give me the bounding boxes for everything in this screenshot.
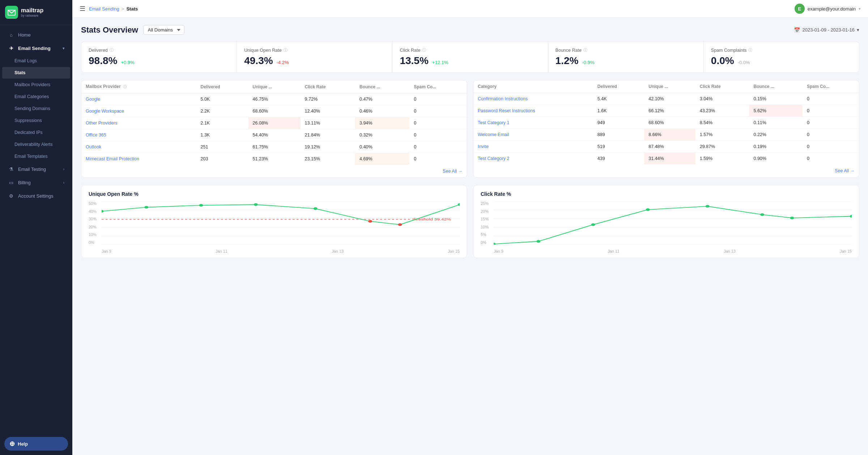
sidebar-item-mailbox-providers[interactable]: Mailbox Providers <box>2 79 70 90</box>
mailbox-see-all-link[interactable]: See All → <box>443 169 463 174</box>
breadcrumb-parent[interactable]: Email Sending <box>89 6 119 12</box>
page-title-row: Stats Overview All Domains <box>81 25 184 35</box>
sidebar-item-deliverability-alerts[interactable]: Deliverability Alerts <box>2 139 70 150</box>
click-rate-svg-wrapper <box>494 201 852 245</box>
sidebar-item-dedicated-ips[interactable]: Dedicated IPs <box>2 127 70 138</box>
sidebar-item-billing[interactable]: ▭ Billing › <box>2 176 70 189</box>
info-icon-mailbox[interactable]: ⓘ <box>123 85 127 89</box>
info-icon-click-rate[interactable]: ⓘ <box>422 47 426 53</box>
col-bounce-mailbox: Bounce ... <box>355 80 409 93</box>
click-rate-chart-title: Click Rate % <box>481 191 852 197</box>
category-link[interactable]: Welcome Email <box>478 132 509 137</box>
spam-cell: 0 <box>803 93 859 105</box>
svg-point-31 <box>850 215 852 218</box>
mailbox-provider-link[interactable]: Office 365 <box>86 132 106 138</box>
stat-value-row-bounce-rate: 1.2% -0.9% <box>556 55 696 67</box>
user-email[interactable]: example@your.domain <box>808 6 856 12</box>
page-content: Stats Overview All Domains 📅 2023-01-09 … <box>72 18 868 455</box>
info-icon-open-rate[interactable]: ⓘ <box>284 47 288 53</box>
mailbox-provider-cell: Office 365 <box>81 129 196 141</box>
spam-cell: 0 <box>803 105 859 117</box>
svg-point-14 <box>314 207 318 210</box>
stat-label-open-rate: Unique Open Rate ⓘ <box>244 47 385 53</box>
sidebar-item-home[interactable]: ⌂ Home <box>2 28 70 41</box>
sidebar-item-email-logs[interactable]: Email Logs <box>2 55 70 67</box>
bounce-cell: 0.90% <box>749 153 803 165</box>
col-mailbox-provider: Mailbox Provider ⓘ <box>81 80 196 93</box>
bounce-cell: 4.69% <box>355 153 409 165</box>
stat-change-click-rate: +12.1% <box>432 60 448 65</box>
mailbox-provider-link[interactable]: Google <box>86 97 100 102</box>
category-see-all-link[interactable]: See All → <box>835 168 855 173</box>
table-row: Mimecast Email Protection 203 51.23% 23.… <box>81 153 467 165</box>
category-link[interactable]: Test Category 1 <box>478 120 510 125</box>
stat-value-bounce-rate: 1.2% <box>556 55 579 67</box>
sidebar-item-account-settings[interactable]: ⚙ Account Settings <box>2 189 70 202</box>
click-cell: 13.11% <box>301 117 355 129</box>
spam-cell: 0 <box>803 117 859 129</box>
stat-value-row-delivered: 98.8% +0.9% <box>89 55 229 67</box>
mailbox-provider-link[interactable]: Google Workspace <box>86 109 124 114</box>
category-cell: Welcome Email <box>473 129 593 141</box>
sidebar-item-suppressions[interactable]: Suppressions <box>2 115 70 126</box>
chevron-right-icon: › <box>63 167 64 171</box>
unique-cell: 51.23% <box>248 153 301 165</box>
spam-cell: 0 <box>409 117 467 129</box>
category-link[interactable]: Confirmation Instructions <box>478 96 528 101</box>
svg-point-15 <box>368 220 372 223</box>
bounce-cell: 0.22% <box>749 129 803 141</box>
stat-change-spam: -0.0% <box>738 60 750 65</box>
table-row: Google Workspace 2.2K 68.60% 12.40% 0.46… <box>81 105 467 117</box>
help-button[interactable]: ⊕ Help <box>4 437 68 451</box>
sidebar-item-sending-domains[interactable]: Sending Domains <box>2 103 70 114</box>
logo-text: mailtrap <box>21 7 43 14</box>
bounce-cell: 0.19% <box>749 141 803 153</box>
info-icon-spam[interactable]: ⓘ <box>748 47 752 53</box>
sidebar-item-stats[interactable]: Stats <box>2 67 70 79</box>
category-link[interactable]: Password Reset Instructions <box>478 108 535 113</box>
stat-label-delivered: Delivered ⓘ <box>89 47 229 53</box>
svg-point-12 <box>199 204 203 206</box>
spam-cell: 0 <box>803 141 859 153</box>
info-icon-delivered[interactable]: ⓘ <box>110 47 114 53</box>
sidebar-item-email-categories[interactable]: Email Categories <box>2 91 70 102</box>
category-table-card: Category Delivered Unique ... Click Rate… <box>473 80 859 178</box>
stat-value-click-rate: 13.5% <box>400 55 428 67</box>
spam-cell: 0 <box>409 105 467 117</box>
date-range-picker[interactable]: 📅 2023-01-09 - 2023-01-16 ▾ <box>794 27 859 33</box>
sidebar-item-email-templates[interactable]: Email Templates <box>2 151 70 162</box>
open-rate-y-labels: 50% 40% 30% 20% 10% 0% <box>89 201 100 245</box>
svg-point-27 <box>646 208 650 211</box>
table-row: Office 365 1.3K 54.40% 21.84% 0.32% 0 <box>81 129 467 141</box>
mailbox-provider-link[interactable]: Mimecast Email Protection <box>86 156 139 161</box>
stat-card-bounce-rate: Bounce Rate ⓘ 1.2% -0.9% <box>548 42 704 72</box>
unique-cell: 8.66% <box>644 129 695 141</box>
menu-toggle-button[interactable]: ☰ <box>80 5 85 13</box>
col-category: Category <box>473 80 593 93</box>
delivered-cell: 519 <box>593 141 644 153</box>
send-icon: ✈ <box>8 45 14 51</box>
table-row: Welcome Email 889 8.66% 1.57% 0.22% 0 <box>473 129 859 141</box>
mailbox-provider-cell: Google <box>81 93 196 105</box>
breadcrumb-separator: > <box>122 6 124 12</box>
click-cell: 8.54% <box>695 117 749 129</box>
stat-label-bounce-rate: Bounce Rate ⓘ <box>556 47 696 53</box>
col-click-cat: Click Rate <box>695 80 749 93</box>
open-rate-x-labels: Jan 9 Jan 11 Jan 13 Jan 15 <box>102 249 460 253</box>
click-rate-x-labels: Jan 9 Jan 11 Jan 13 Jan 15 <box>494 249 852 253</box>
click-cell: 1.57% <box>695 129 749 141</box>
category-link[interactable]: Test Category 2 <box>478 156 510 161</box>
sidebar-item-email-sending[interactable]: ✈ Email Sending ▾ <box>2 42 70 55</box>
spam-cell: 0 <box>409 93 467 105</box>
category-link[interactable]: Invite <box>478 144 489 149</box>
calendar-icon: 📅 <box>794 27 800 33</box>
info-icon-bounce-rate[interactable]: ⓘ <box>583 47 587 53</box>
domain-select[interactable]: All Domains <box>143 25 184 35</box>
main-content: ☰ Email Sending > Stats E example@your.d… <box>72 0 868 455</box>
mailbox-provider-link[interactable]: Outlook <box>86 144 101 149</box>
col-bounce-cat: Bounce ... <box>749 80 803 93</box>
sidebar-item-email-testing[interactable]: ⚗ Email Testing › <box>2 163 70 176</box>
open-rate-chart-title: Unique Open Rate % <box>89 191 460 197</box>
user-dropdown-caret[interactable]: ▾ <box>859 7 861 11</box>
mailbox-provider-link[interactable]: Other Providers <box>86 121 118 126</box>
